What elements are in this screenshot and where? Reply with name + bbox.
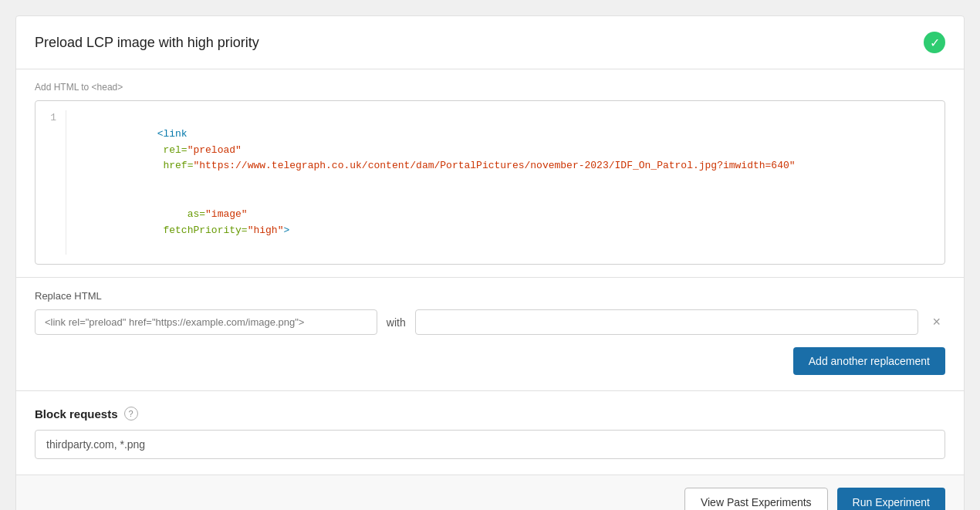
block-title-row: Block requests ? (35, 407, 945, 420)
replace-from-input[interactable] (35, 309, 377, 335)
header-section: Preload LCP image with high priority ✓ (16, 16, 964, 69)
code-editor: 1 <link rel="preload" href="https://www.… (35, 100, 945, 265)
with-label: with (387, 316, 406, 329)
run-experiment-button[interactable]: Run Experiment (837, 488, 945, 510)
block-requests-title: Block requests (35, 407, 118, 420)
replace-with-input[interactable] (415, 309, 919, 335)
block-requests-section: Block requests ? (16, 391, 964, 475)
add-replacement-row: Add another replacement (35, 347, 945, 375)
help-icon[interactable]: ? (124, 407, 138, 420)
remove-replacement-button[interactable]: × (928, 312, 945, 332)
line-number: 1 (35, 110, 66, 255)
footer-section: View Past Experiments Run Experiment (16, 475, 964, 510)
main-container: Preload LCP image with high priority ✓ A… (15, 15, 965, 510)
add-replacement-button[interactable]: Add another replacement (793, 347, 945, 375)
code-line-1: 1 <link rel="preload" href="https://www.… (35, 104, 945, 261)
replace-html-section: Replace HTML with × Add another replacem… (16, 278, 964, 391)
view-past-experiments-button[interactable]: View Past Experiments (684, 488, 828, 510)
block-requests-input[interactable] (35, 430, 945, 459)
status-check-icon: ✓ (924, 32, 945, 53)
page-title: Preload LCP image with high priority (35, 35, 259, 51)
replace-row: with × (35, 309, 945, 335)
code-editor-body: 1 <link rel="preload" href="https://www.… (35, 101, 945, 264)
code-section-label: Add HTML to <head> (35, 82, 945, 93)
code-content: <link rel="preload" href="https://www.te… (76, 110, 945, 255)
replace-html-label: Replace HTML (35, 290, 945, 302)
code-editor-section: Add HTML to <head> 1 <link rel="preload"… (16, 69, 964, 278)
